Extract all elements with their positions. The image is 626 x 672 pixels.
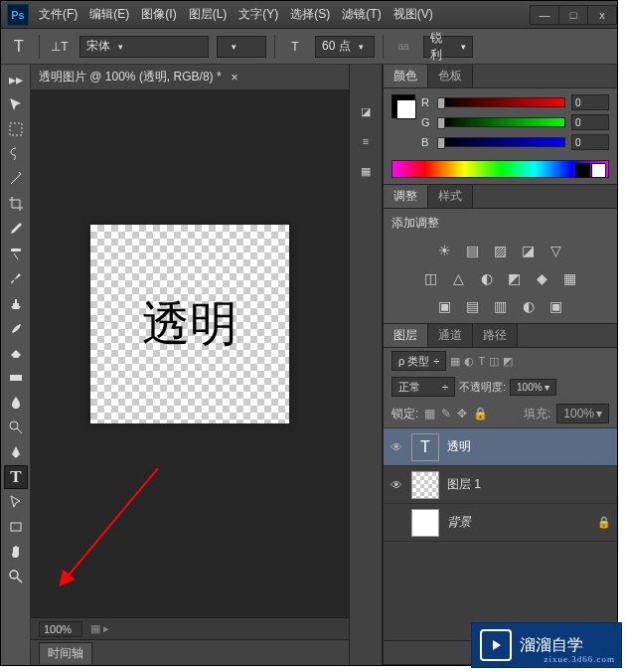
type-tool[interactable]: T: [4, 465, 28, 489]
font-family-dropdown[interactable]: 宋体 ▾: [79, 36, 209, 58]
visibility-icon[interactable]: 👁: [390, 440, 403, 454]
adj-bw-icon[interactable]: ◐: [476, 267, 498, 289]
layer-name[interactable]: 透明: [447, 438, 471, 455]
adj-invert-icon[interactable]: ▣: [434, 295, 456, 317]
dock-icon-1[interactable]: ◪: [353, 98, 379, 124]
font-style-dropdown[interactable]: ▾: [217, 36, 266, 58]
tab-paths[interactable]: 路径: [473, 324, 518, 347]
r-slider[interactable]: [439, 97, 565, 107]
tab-layers[interactable]: 图层: [384, 324, 428, 347]
canvas-viewport[interactable]: 透明: [31, 90, 349, 617]
adj-curves-icon[interactable]: ▨: [490, 240, 512, 261]
zoom-tool[interactable]: [4, 565, 28, 588]
clone-stamp-tool[interactable]: [4, 291, 28, 315]
magic-wand-tool[interactable]: [4, 167, 28, 191]
blend-mode-dropdown[interactable]: 正常÷: [391, 377, 455, 397]
adj-channelmix-icon[interactable]: ◆: [532, 267, 553, 289]
layer-item-1[interactable]: 👁 图层 1: [384, 466, 617, 504]
adj-threshold-icon[interactable]: ▥: [490, 295, 512, 317]
menu-file[interactable]: 文件(F): [35, 4, 81, 25]
adj-levels-icon[interactable]: ▤: [462, 240, 484, 261]
menu-view[interactable]: 视图(V): [390, 4, 437, 25]
menu-type[interactable]: 文字(Y): [235, 4, 282, 25]
filter-type-icon[interactable]: T: [478, 355, 485, 367]
eyedropper-tool[interactable]: [4, 217, 28, 241]
layer-name[interactable]: 背景: [447, 514, 471, 531]
rectangle-tool[interactable]: [4, 515, 28, 539]
filter-smart-icon[interactable]: ◩: [503, 355, 513, 368]
foreground-background-swatch[interactable]: [391, 94, 415, 118]
dock-icon-2[interactable]: ≡: [353, 128, 379, 154]
brush-tool[interactable]: [4, 266, 28, 290]
adj-selective-icon[interactable]: ▣: [546, 295, 567, 317]
tab-styles[interactable]: 样式: [428, 185, 473, 208]
canvas[interactable]: 透明: [90, 225, 289, 423]
healing-brush-tool[interactable]: [4, 242, 28, 265]
flyout-toggle[interactable]: ▸▸: [4, 68, 28, 91]
g-slider[interactable]: [439, 117, 565, 127]
dodge-tool[interactable]: [4, 416, 28, 439]
layer-thumbnail[interactable]: T: [411, 433, 439, 461]
antialiasing-dropdown[interactable]: 锐利 ▾: [423, 36, 473, 58]
adj-gradientmap-icon[interactable]: ◐: [518, 295, 540, 317]
layer-thumbnail[interactable]: [411, 509, 439, 537]
layer-name[interactable]: 图层 1: [447, 476, 481, 493]
history-brush-tool[interactable]: [4, 316, 28, 340]
menu-filter[interactable]: 滤镜(T): [338, 4, 385, 25]
b-value[interactable]: [571, 134, 609, 150]
adj-brightness-icon[interactable]: ☀: [434, 240, 456, 261]
menu-select[interactable]: 选择(S): [286, 4, 334, 25]
gradient-tool[interactable]: [4, 366, 28, 390]
adj-photofilter-icon[interactable]: ◩: [504, 267, 526, 289]
adj-hue-icon[interactable]: ◫: [420, 267, 442, 289]
dock-icon-3[interactable]: ▦: [353, 158, 379, 184]
visibility-icon[interactable]: 👁: [390, 478, 403, 492]
blur-tool[interactable]: [4, 391, 28, 415]
adj-posterize-icon[interactable]: ▤: [462, 295, 484, 317]
lock-position-icon[interactable]: ✥: [457, 407, 467, 420]
adj-colorlookup-icon[interactable]: ▦: [559, 267, 581, 289]
zoom-level[interactable]: 100%: [39, 621, 82, 637]
text-orientation-icon[interactable]: ⊥T: [48, 35, 72, 59]
tab-close-icon[interactable]: ×: [232, 71, 238, 84]
tab-color[interactable]: 颜色: [384, 65, 428, 87]
menu-edit[interactable]: 编辑(E): [85, 4, 133, 25]
canvas-text-layer[interactable]: 透明: [142, 292, 237, 356]
tool-preset-icon[interactable]: T: [7, 35, 31, 59]
filter-adjust-icon[interactable]: ◐: [464, 355, 474, 368]
marquee-tool[interactable]: [4, 117, 28, 141]
layer-kind-filter[interactable]: ρ 类型÷: [391, 351, 446, 371]
timeline-tab[interactable]: 时间轴: [39, 642, 92, 664]
crop-tool[interactable]: [4, 192, 28, 216]
lock-all-icon[interactable]: 🔒: [473, 407, 488, 420]
adj-colorbalance-icon[interactable]: △: [448, 267, 470, 289]
maximize-button[interactable]: □: [558, 5, 588, 25]
lasso-tool[interactable]: [4, 142, 28, 166]
adj-vibrance-icon[interactable]: ▽: [546, 240, 567, 261]
adj-exposure-icon[interactable]: ◪: [518, 240, 540, 261]
filter-shape-icon[interactable]: ◫: [489, 355, 499, 368]
b-slider[interactable]: [439, 137, 565, 147]
layer-item-text[interactable]: 👁 T 透明: [384, 428, 617, 466]
pen-tool[interactable]: [4, 440, 28, 464]
layer-item-background[interactable]: 背景 🔒: [384, 504, 617, 542]
path-selection-tool[interactable]: [4, 490, 28, 514]
tab-adjustments[interactable]: 调整: [384, 185, 428, 208]
tab-swatches[interactable]: 色板: [428, 65, 473, 87]
r-value[interactable]: [571, 94, 609, 110]
eraser-tool[interactable]: [4, 341, 28, 365]
lock-transparency-icon[interactable]: ▦: [424, 407, 435, 420]
tab-channels[interactable]: 通道: [428, 324, 473, 347]
font-size-dropdown[interactable]: 60 点 ▾: [315, 36, 375, 58]
lock-paint-icon[interactable]: ✎: [441, 407, 451, 420]
color-spectrum[interactable]: [391, 160, 609, 178]
layer-thumbnail[interactable]: [411, 471, 439, 499]
document-tab[interactable]: 透明图片 @ 100% (透明, RGB/8) * ×: [31, 65, 349, 90]
hand-tool[interactable]: [4, 540, 28, 564]
g-value[interactable]: [571, 114, 609, 130]
opacity-value[interactable]: 100%▾: [510, 379, 556, 396]
menu-layer[interactable]: 图层(L): [185, 4, 232, 25]
fill-value[interactable]: 100%▾: [556, 404, 609, 423]
move-tool[interactable]: [4, 92, 28, 116]
minimize-button[interactable]: —: [530, 5, 559, 25]
